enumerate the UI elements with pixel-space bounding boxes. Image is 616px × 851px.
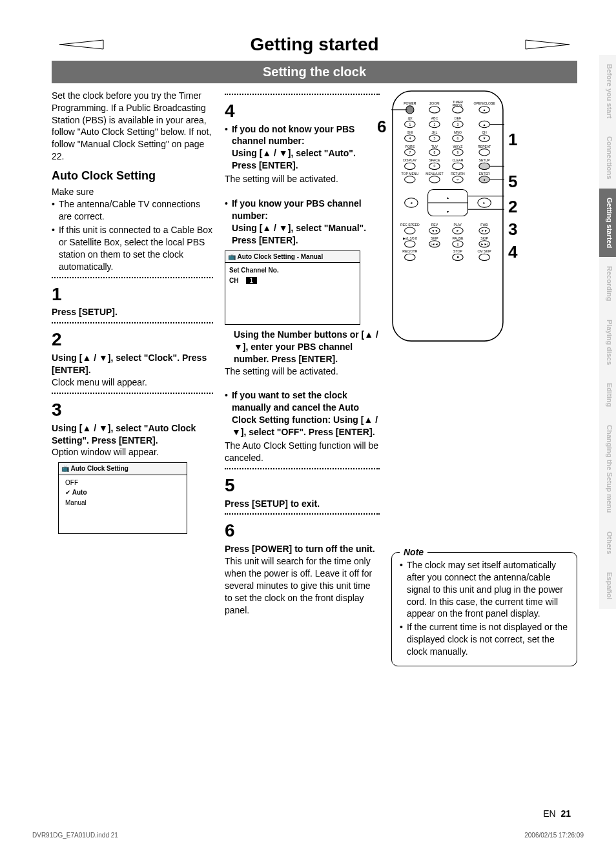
- svg-text:SETUP: SETUP: [479, 158, 491, 162]
- note-title: Note: [400, 546, 427, 559]
- page-title: Getting started: [52, 32, 577, 57]
- svg-text:►►|: ►►|: [480, 242, 488, 246]
- footer-page: 21: [560, 808, 571, 819]
- callout-6: 6: [377, 116, 386, 138]
- page-footer: EN 21: [543, 808, 571, 820]
- osd-title: Auto Clock Setting - Manual: [237, 253, 323, 260]
- callout-4: 4: [508, 241, 517, 263]
- footer-lang: EN: [543, 808, 555, 819]
- bullet-text: If this unit is connected to a Cable Box…: [59, 224, 213, 273]
- osd-option: Manual: [65, 498, 183, 508]
- svg-text:CLEAR: CLEAR: [452, 158, 463, 162]
- note-text: If the current time is not displayed or …: [407, 621, 570, 658]
- svg-text:STOP: STOP: [453, 249, 462, 253]
- svg-text:ZOOM: ZOOM: [429, 101, 439, 105]
- svg-text:0: 0: [433, 164, 435, 168]
- list-item: If the current time is not displayed or …: [400, 621, 570, 658]
- svg-text:PQRS: PQRS: [406, 144, 415, 148]
- svg-text:►: ►: [456, 229, 459, 232]
- tab-getting-started: Getting started: [599, 189, 616, 257]
- step-bold: If you do not know your PBS channel numb…: [232, 124, 355, 147]
- step-text: The Auto Clock Setting function will be …: [225, 440, 380, 464]
- step-bold: If you know your PBS channel number:: [232, 198, 362, 221]
- step-text: Option window will appear.: [52, 446, 213, 458]
- intro-text: Set the clock before you try the Timer P…: [52, 90, 213, 163]
- svg-point-53: [479, 163, 489, 169]
- step-line: Using [▲ / ▼], select "Manual". Press [E…: [232, 223, 366, 245]
- svg-text:MENU/LIST: MENU/LIST: [426, 172, 444, 176]
- svg-text:OPEN/CLOSE: OPEN/CLOSE: [473, 101, 495, 105]
- svg-text:▼: ▼: [483, 136, 486, 140]
- svg-text:▲: ▲: [446, 196, 449, 200]
- step-instruction: Press [POWER] to turn off the unit.: [225, 544, 375, 554]
- list-item: If you know your PBS channel number: Usi…: [225, 198, 380, 247]
- step-bold: If you want to set the clock manually an…: [232, 390, 378, 437]
- step-text: Clock menu will appear.: [52, 376, 213, 389]
- step-text: The setting will be activated.: [225, 365, 380, 378]
- osd-title: Auto Clock Setting: [70, 465, 128, 472]
- svg-text:JKL: JKL: [431, 130, 437, 134]
- svg-text:REPEAT: REPEAT: [478, 144, 491, 148]
- callout-3: 3: [508, 218, 517, 241]
- svg-text:►►: ►►: [481, 229, 488, 232]
- tab-playing-discs: Playing discs: [599, 311, 616, 374]
- osd-ch-value: 1: [246, 277, 258, 284]
- svg-text:DEF: DEF: [455, 116, 461, 120]
- list-item: If this unit is connected to a Cable Box…: [52, 224, 213, 273]
- bullet-text: The antenna/Cable TV connections are cor…: [59, 198, 213, 223]
- tab-others: Others: [599, 522, 616, 563]
- tab-connections: Connections: [599, 127, 616, 189]
- list-item: If you want to set the clock manually an…: [225, 389, 380, 438]
- callout-1: 1: [508, 128, 517, 151]
- tab-recording: Recording: [599, 257, 616, 310]
- note-text: The clock may set itself automatically a…: [407, 559, 570, 620]
- remote-control-icon: POWERZOOMTIMERPROG.OPEN/CLOSE ▲ .@/:ABCD…: [391, 90, 504, 342]
- page-header: Getting started: [52, 32, 577, 57]
- svg-text:CM SKIP: CM SKIP: [478, 249, 492, 253]
- svg-text:||: ||: [457, 242, 459, 246]
- footer-meta: DVR91DG_E7A01UD.indd 21 2006/02/15 17:26…: [32, 831, 584, 840]
- step-number: 4: [225, 99, 380, 123]
- svg-text:8: 8: [433, 150, 435, 154]
- step-instruction: Using [▲ / ▼], select "Auto Clock Settin…: [52, 423, 196, 446]
- svg-text:◄: ◄: [409, 201, 413, 205]
- tab-editing: Editing: [599, 374, 616, 416]
- header-ornament-left-icon: [58, 39, 110, 50]
- svg-text:SPACE: SPACE: [429, 158, 440, 162]
- make-sure-label: Make sure: [52, 186, 213, 198]
- footer-timestamp: 2006/02/15 17:26:09: [524, 831, 584, 840]
- osd-line: Set Channel No.: [229, 267, 279, 274]
- step-text: The setting will be activated.: [225, 173, 380, 185]
- header-ornament-right-icon: [519, 39, 571, 50]
- step-text: This unit will search for the time only …: [225, 555, 380, 616]
- osd-auto-clock-setting: 📺 Auto Clock Setting OFF ✔ Auto Manual: [58, 462, 187, 534]
- tab-changing-setup-menu: Changing the Setup menu: [599, 416, 616, 522]
- list-item: The clock may set itself automatically a…: [400, 559, 570, 620]
- svg-text:TOP MENU: TOP MENU: [401, 172, 418, 176]
- svg-text:CH: CH: [482, 130, 487, 134]
- step-number: 6: [225, 518, 380, 543]
- svg-text:SKIP: SKIP: [480, 236, 488, 240]
- svg-text:|◄◄: |◄◄: [431, 242, 438, 246]
- callout-5: 5: [508, 170, 517, 193]
- svg-text:DISPLAY: DISPLAY: [403, 158, 417, 162]
- svg-text:SKIP: SKIP: [431, 236, 438, 240]
- step-number: 1: [52, 282, 213, 307]
- step-bold: Using the Number buttons or [▲ / ▼], ent…: [234, 329, 378, 364]
- svg-text:RETURN: RETURN: [451, 172, 465, 176]
- svg-text:►: ►: [483, 201, 486, 205]
- svg-text:6: 6: [457, 136, 459, 140]
- svg-text:■: ■: [457, 255, 458, 259]
- osd-ch-label: CH: [229, 277, 238, 284]
- svg-text:↩: ↩: [457, 178, 459, 181]
- note-box: Note The clock may set itself automatica…: [391, 552, 577, 666]
- svg-text:ABC: ABC: [431, 116, 438, 120]
- svg-text:MNO: MNO: [454, 130, 462, 134]
- step-number: 5: [225, 473, 380, 498]
- section-subtitle: Setting the clock: [52, 61, 577, 83]
- svg-text:WXYZ: WXYZ: [453, 144, 463, 148]
- svg-text:REC SPEED: REC SPEED: [400, 223, 420, 227]
- svg-text:GHI: GHI: [407, 130, 413, 134]
- svg-text:4: 4: [409, 136, 411, 140]
- osd-manual-channel: 📺 Auto Clock Setting - Manual Set Channe…: [225, 251, 360, 325]
